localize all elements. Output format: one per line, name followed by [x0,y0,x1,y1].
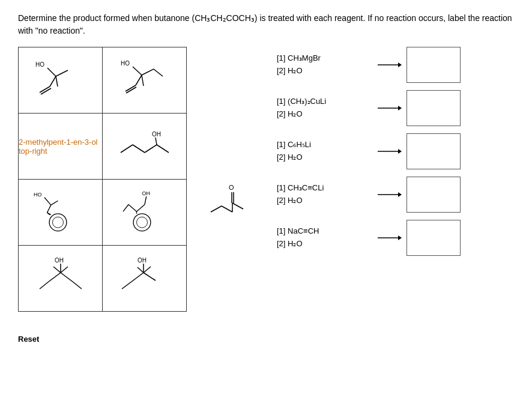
svg-line-34 [145,196,147,205]
arrow-svg-1 [378,60,402,70]
molecule-svg-3-1: HO [25,186,97,240]
svg-line-41 [49,273,61,282]
reagent-3-step2: [2] H₂O [277,151,373,164]
answer-box-1[interactable] [407,47,461,83]
svg-line-57 [211,206,222,212]
reaction-row-5: [1] NaC≡CH [2] H₂O [277,220,461,256]
svg-line-43 [53,267,61,273]
svg-line-17 [133,145,145,153]
svg-line-58 [222,206,232,212]
reagent-1-step1: [1] CH₃MgBr [277,52,373,65]
reagent-5-step1: [1] NaC≡CH [277,225,373,238]
svg-line-30 [50,201,58,205]
cell-3-1: HO [19,180,103,246]
molecule-svg-1-1: HO [25,53,97,108]
cell-4-1: OH [19,246,103,312]
reagents-5: [1] NaC≡CH [2] H₂O [277,225,373,250]
reaction-row-1: [1] CH₃MgBr [2] H₂O [277,47,461,83]
svg-line-19 [157,145,169,153]
svg-line-44 [40,282,49,289]
arrow-svg-4 [378,190,402,199]
reagents-2: [1] (CH₃)₂CuLi [2] H₂O [277,95,373,121]
reaction-row-4: [1] CH₃C≡CLi [2] H₂O [277,177,461,213]
reaction-row-3: [1] C₆H₅Li [2] H₂O [277,133,461,169]
svg-line-9 [142,69,154,75]
svg-text:OH: OH [142,190,150,196]
reagents-1: [1] CH₃MgBr [2] H₂O [277,52,373,77]
answer-box-2[interactable] [407,90,461,126]
cell-1-2: HO [103,47,187,114]
svg-line-1 [47,68,56,76]
cell-1-1: HO [19,47,103,114]
svg-line-51 [144,273,156,280]
reaction-row-2: [1] (CH₃)₂CuLi [2] H₂O [277,90,461,126]
arrow-svg-5 [378,233,402,243]
reagent-4-step2: [2] H₂O [277,195,373,207]
arrow-4 [378,190,402,199]
svg-line-22 [44,197,51,205]
reagent-2-step2: [2] H₂O [277,108,373,121]
reagent-2-step1: [1] (CH₃)₂CuLi [277,95,373,108]
arrow-3 [378,147,402,156]
answer-box-3[interactable] [407,133,461,169]
svg-line-42 [61,273,73,282]
molecule-grid: HO HO [18,47,187,312]
svg-point-36 [136,217,147,228]
svg-line-14 [142,75,144,86]
arrow-1 [378,60,402,70]
no-reaction-label: 2-methylpent-1-en-3-ol top-right [19,138,102,156]
reagent-5-step2: [2] H₂O [277,238,373,250]
svg-marker-64 [398,106,402,111]
cell-4-2: OH [103,246,187,312]
svg-line-45 [73,282,82,289]
svg-point-35 [133,213,151,231]
svg-line-20 [156,138,157,145]
reagent-4-step1: [1] CH₃C≡CLi [277,182,373,195]
svg-line-60 [232,203,243,209]
svg-line-49 [131,273,144,282]
svg-line-46 [61,267,68,273]
arrow-svg-2 [378,103,402,113]
svg-text:O: O [229,184,234,191]
molecule-svg-4-1: OH [25,252,97,306]
answer-box-4[interactable] [407,177,461,213]
svg-line-23 [47,205,50,213]
answer-box-5[interactable] [407,220,461,256]
svg-text:OH: OH [138,257,147,264]
reset-button[interactable]: Reset [18,335,39,344]
molecule-svg-2-2: OH [109,120,181,174]
svg-line-52 [144,267,151,273]
right-panel: [1] CH₃MgBr [2] H₂O [1] (CH₃)₂CuLi [2] H… [277,47,461,259]
svg-line-11 [136,75,142,85]
svg-line-38 [123,204,128,211]
svg-line-18 [145,145,157,153]
molecule-svg-4-2: OH [109,252,181,306]
svg-line-8 [133,67,142,75]
arrow-5 [378,233,402,243]
svg-text:HO: HO [34,192,42,198]
svg-line-33 [136,204,145,211]
svg-text:OH: OH [152,131,161,138]
butanone-molecule: O [199,179,259,227]
svg-text:OH: OH [55,257,64,264]
reagents-4: [1] CH₃C≡CLi [2] H₂O [277,182,373,207]
svg-line-53 [138,267,144,273]
svg-point-24 [49,213,67,231]
reagent-1-step2: [2] H₂O [277,65,373,77]
svg-marker-68 [398,192,402,197]
svg-text:HO: HO [35,61,44,68]
molecule-svg-3-2: OH [109,186,181,240]
svg-line-6 [56,76,58,86]
svg-line-10 [154,69,163,76]
svg-marker-70 [398,235,402,240]
molecule-svg-1-2: HO [109,53,181,108]
svg-line-50 [122,282,131,289]
question-text: Determine the product formed when butano… [18,12,514,37]
arrow-svg-3 [378,147,402,156]
cell-2-1: 2-methylpent-1-en-3-ol top-right [19,114,103,180]
svg-text:HO: HO [121,60,130,67]
svg-marker-66 [398,149,402,154]
svg-line-32 [128,204,137,211]
svg-point-25 [52,217,63,228]
svg-marker-62 [398,62,402,67]
